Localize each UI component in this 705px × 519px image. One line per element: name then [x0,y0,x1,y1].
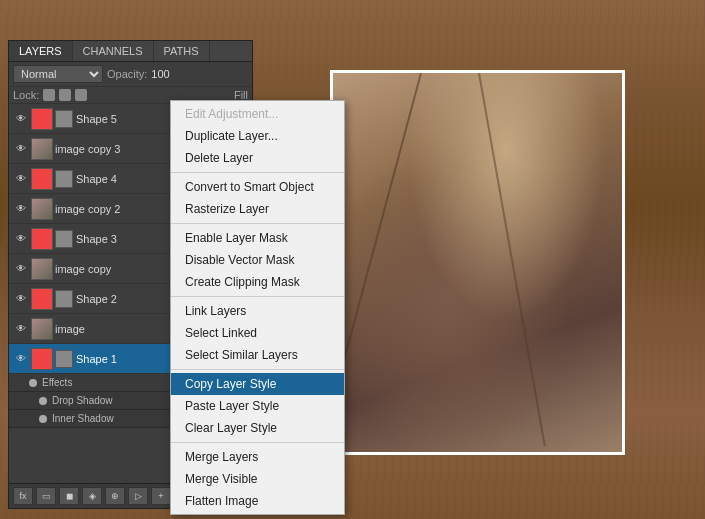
new-group-set-button[interactable]: ▷ [128,487,148,505]
opacity-label: Opacity: [107,68,147,80]
eye-icon[interactable]: 👁 [13,171,29,187]
layer-mask [55,230,73,248]
layer-name: Shape 1 [76,353,117,365]
layer-name: image copy 3 [55,143,120,155]
lock-position-icon[interactable] [43,89,55,101]
layer-thumbnail [31,258,53,280]
layer-thumbnail [31,228,53,250]
menu-item-disable-vector[interactable]: Disable Vector Mask [171,249,344,271]
layer-name: Shape 2 [76,293,117,305]
layer-name: Shape 5 [76,113,117,125]
layer-thumbnail [31,198,53,220]
layer-thumbnail [31,108,53,130]
layer-thumbnail [31,318,53,340]
layer-name: Shape 3 [76,233,117,245]
menu-item-merge-visible[interactable]: Merge Visible [171,468,344,490]
blend-mode-row: Normal Opacity: 100 [9,62,252,87]
layer-name: image [55,323,85,335]
tab-layers[interactable]: LAYERS [9,41,73,61]
menu-item-delete-layer[interactable]: Delete Layer [171,147,344,169]
menu-item-link-layers[interactable]: Link Layers [171,300,344,322]
menu-item-rasterize[interactable]: Rasterize Layer [171,198,344,220]
tab-paths[interactable]: PATHS [154,41,210,61]
photo-canvas [330,70,625,455]
layer-name: image copy 2 [55,203,120,215]
menu-item-create-clipping[interactable]: Create Clipping Mask [171,271,344,293]
menu-separator [171,223,344,224]
panel-tabs: LAYERS CHANNELS PATHS [9,41,252,62]
opacity-value: 100 [151,68,169,80]
layer-thumbnail [31,348,53,370]
blend-mode-select[interactable]: Normal [13,65,103,83]
eye-icon[interactable]: 👁 [13,231,29,247]
new-mask-button[interactable]: ◼ [59,487,79,505]
eye-icon[interactable]: 👁 [13,261,29,277]
effect-name: Drop Shadow [52,395,113,406]
fx-button[interactable]: fx [13,487,33,505]
eye-icon[interactable]: 👁 [13,351,29,367]
menu-item-copy-layer-style[interactable]: Copy Layer Style [171,373,344,395]
eye-icon[interactable]: 👁 [13,201,29,217]
effect-name: Inner Shadow [52,413,114,424]
eye-icon[interactable]: 👁 [13,291,29,307]
effects-label: Effects [42,377,72,388]
layer-mask [55,350,73,368]
menu-item-duplicate-layer[interactable]: Duplicate Layer... [171,125,344,147]
menu-separator [171,369,344,370]
tab-channels[interactable]: CHANNELS [73,41,154,61]
eye-icon[interactable]: 👁 [13,321,29,337]
menu-item-merge-layers[interactable]: Merge Layers [171,446,344,468]
new-layer-button[interactable]: + [151,487,171,505]
layer-mask [55,290,73,308]
eye-icon[interactable]: 👁 [13,141,29,157]
context-menu: Edit Adjustment... Duplicate Layer... De… [170,100,345,515]
menu-item-edit-adjustment[interactable]: Edit Adjustment... [171,103,344,125]
menu-item-enable-mask[interactable]: Enable Layer Mask [171,227,344,249]
menu-item-clear-layer-style[interactable]: Clear Layer Style [171,417,344,439]
menu-item-paste-layer-style[interactable]: Paste Layer Style [171,395,344,417]
lock-pixels-icon[interactable] [59,89,71,101]
menu-separator [171,442,344,443]
menu-item-convert-smart-object[interactable]: Convert to Smart Object [171,176,344,198]
layer-thumbnail [31,168,53,190]
photo-content [333,73,622,452]
layer-thumbnail [31,288,53,310]
menu-item-select-linked[interactable]: Select Linked [171,322,344,344]
new-group-button[interactable]: ▭ [36,487,56,505]
menu-item-select-similar[interactable]: Select Similar Layers [171,344,344,366]
new-fill-button[interactable]: ◈ [82,487,102,505]
layer-name: Shape 4 [76,173,117,185]
menu-separator [171,296,344,297]
layer-name: image copy [55,263,111,275]
effects-toggle-icon [29,379,37,387]
layer-mask [55,110,73,128]
lock-all-icon[interactable] [75,89,87,101]
menu-item-flatten-image[interactable]: Flatten Image [171,490,344,512]
menu-separator [171,172,344,173]
lock-label: Lock: [13,89,39,101]
effect-icon [39,397,47,405]
photo-figure [333,73,622,452]
effect-icon [39,415,47,423]
eye-icon[interactable]: 👁 [13,111,29,127]
layer-mask [55,170,73,188]
adjust-button[interactable]: ⊕ [105,487,125,505]
layer-thumbnail [31,138,53,160]
